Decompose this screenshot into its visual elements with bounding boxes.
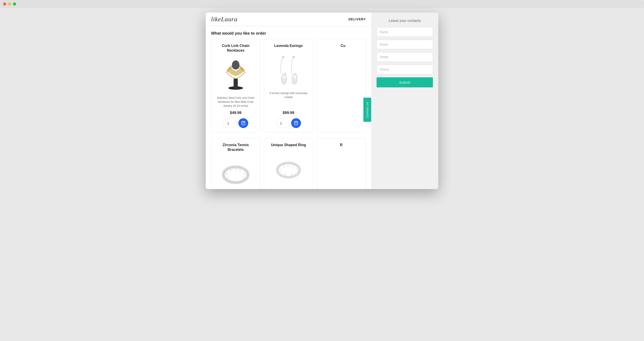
close-button[interactable] bbox=[3, 2, 6, 5]
email-input[interactable] bbox=[376, 40, 433, 49]
cart-icon-2 bbox=[294, 121, 298, 125]
product-desc-1: Stainless Steel Curb Link Chain Necklace… bbox=[215, 96, 256, 108]
svg-point-15 bbox=[296, 78, 297, 80]
svg-point-29 bbox=[283, 165, 285, 167]
svg-rect-1 bbox=[234, 78, 238, 89]
svg-point-6 bbox=[283, 76, 285, 78]
product-price-2: $99.99 bbox=[283, 111, 294, 115]
mac-titlebar bbox=[0, 0, 644, 8]
nav-delivery[interactable]: DELIVERY bbox=[348, 17, 366, 21]
svg-point-13 bbox=[294, 79, 296, 81]
logo: likeLaura bbox=[211, 16, 238, 23]
svg-point-31 bbox=[292, 165, 294, 167]
product-card-bracelets: Zirconia Tennis Bracelets bbox=[211, 138, 260, 189]
svg-point-33 bbox=[296, 173, 298, 174]
product-grid: Curb Link Chain Necklaces bbox=[206, 39, 371, 138]
qty-input-1[interactable] bbox=[223, 118, 236, 128]
product-name-1: Curb Link Chain Necklaces bbox=[215, 43, 256, 53]
submit-button[interactable]: Submit bbox=[376, 77, 433, 87]
svg-point-11 bbox=[282, 78, 284, 80]
product-card-ring: Unique Shaped Ring bbox=[264, 138, 313, 189]
product-name-6: R bbox=[340, 143, 342, 147]
product-image-ring bbox=[270, 151, 306, 187]
svg-point-32 bbox=[296, 168, 298, 170]
svg-point-2 bbox=[232, 60, 240, 69]
svg-point-7 bbox=[293, 56, 295, 58]
panel-title: Leave your contacts bbox=[376, 19, 433, 23]
svg-point-4 bbox=[282, 56, 284, 58]
product-card-necklaces: Curb Link Chain Necklaces bbox=[211, 39, 260, 133]
svg-point-14 bbox=[293, 78, 294, 80]
svg-point-36 bbox=[291, 174, 292, 175]
product-image-earrings bbox=[270, 52, 306, 88]
phone-input[interactable] bbox=[376, 65, 433, 74]
product-card-partial-6: R bbox=[317, 138, 366, 189]
minimize-button[interactable] bbox=[8, 2, 11, 5]
maximize-button[interactable] bbox=[13, 2, 16, 5]
product-desc-2: 8 inches earings with svarovsky cristals bbox=[268, 91, 309, 108]
svg-point-22 bbox=[239, 169, 241, 171]
name-input[interactable] bbox=[376, 27, 433, 37]
cart-icon bbox=[241, 121, 246, 125]
product-name-3: Cu bbox=[340, 43, 345, 48]
product-image-necklaces bbox=[218, 56, 254, 92]
svg-point-34 bbox=[279, 173, 281, 174]
product-grid-row2: Zirconia Tennis Bracelets bbox=[206, 138, 371, 189]
street-input[interactable] bbox=[376, 52, 433, 62]
contact-tab[interactable]: Contact us bbox=[363, 97, 371, 122]
app-window: likeLaura DELIVERY What would you like t… bbox=[206, 12, 438, 189]
page-title: What would you like to order bbox=[206, 26, 371, 39]
add-cart-btn-1[interactable] bbox=[238, 118, 248, 128]
qty-input-2[interactable] bbox=[276, 118, 289, 128]
svg-point-10 bbox=[284, 79, 285, 81]
product-image-bracelets bbox=[218, 156, 254, 189]
store-area: likeLaura DELIVERY What would you like t… bbox=[206, 12, 371, 189]
svg-point-30 bbox=[287, 164, 290, 166]
product-actions-1 bbox=[223, 118, 248, 128]
svg-point-19 bbox=[226, 173, 228, 175]
add-cart-btn-2[interactable] bbox=[291, 118, 301, 128]
product-price-1: $49.99 bbox=[230, 111, 242, 115]
svg-point-24 bbox=[242, 177, 244, 179]
store-header: likeLaura DELIVERY bbox=[206, 12, 371, 26]
product-name-4: Zirconia Tennis Bracelets bbox=[215, 143, 256, 152]
svg-point-9 bbox=[294, 76, 296, 78]
svg-point-35 bbox=[284, 174, 286, 175]
svg-point-23 bbox=[244, 173, 246, 175]
svg-point-25 bbox=[227, 177, 229, 179]
contact-panel: Leave your contacts Submit bbox=[371, 12, 438, 189]
svg-point-28 bbox=[278, 168, 281, 170]
window-content: likeLaura DELIVERY What would you like t… bbox=[206, 12, 438, 189]
product-card-partial: Cu bbox=[317, 39, 366, 133]
product-name-5: Unique Shaped Ring bbox=[271, 143, 306, 147]
product-actions-2 bbox=[276, 118, 301, 128]
product-name-2: Lavenda Earings bbox=[274, 43, 303, 48]
svg-point-21 bbox=[235, 168, 236, 170]
svg-point-20 bbox=[230, 169, 232, 171]
product-card-earrings: Lavenda Earings bbox=[264, 39, 313, 133]
svg-point-12 bbox=[285, 78, 286, 80]
